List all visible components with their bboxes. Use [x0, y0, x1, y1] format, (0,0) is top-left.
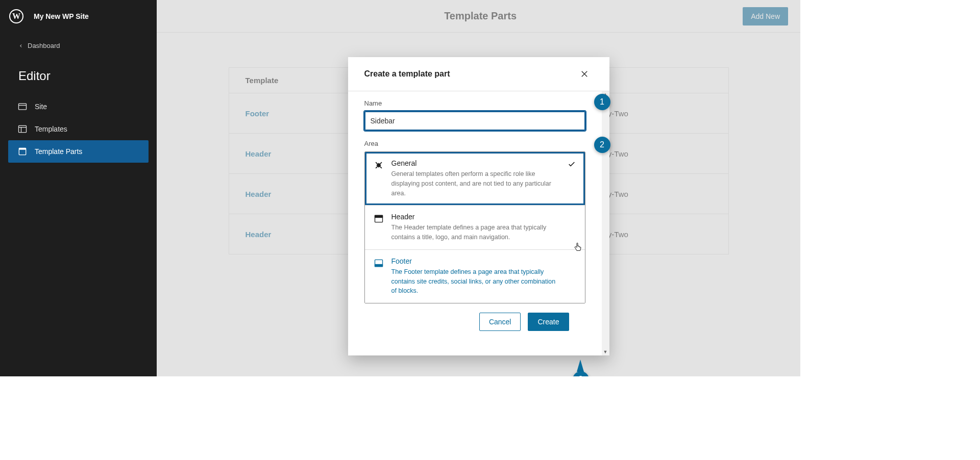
area-option-title: Footer	[391, 257, 560, 265]
sidebar-nav: Site Templates Template Parts	[0, 95, 157, 163]
svg-rect-0	[19, 104, 27, 110]
name-field-label: Name	[364, 99, 585, 107]
modal-header: Create a template part	[348, 57, 609, 91]
annotation-badge-2: 2	[594, 137, 610, 153]
chevron-left-icon	[18, 43, 23, 48]
svg-rect-1	[19, 125, 27, 132]
svg-rect-3	[19, 148, 26, 149]
area-option-list: General General templates often perform …	[364, 151, 585, 303]
main-area: Template Parts Add New Template Added by…	[157, 0, 800, 376]
area-option-title: Header	[391, 213, 560, 221]
create-button[interactable]: Create	[528, 313, 569, 331]
area-option-header[interactable]: Header The Header template defines a pag…	[365, 205, 585, 249]
cancel-button[interactable]: Cancel	[479, 313, 521, 331]
scroll-down-icon[interactable]: ▼	[603, 350, 608, 354]
modal-footer: Cancel Create	[364, 303, 585, 343]
sidebar-item-label: Templates	[35, 125, 67, 133]
annotation-badge-1: 1	[594, 94, 610, 110]
back-to-dashboard-link[interactable]: Dashboard	[0, 33, 157, 59]
check-icon	[568, 213, 577, 242]
area-option-desc: The Footer template defines a page area …	[391, 267, 560, 296]
sidebar-item-label: Site	[35, 103, 47, 111]
area-option-footer[interactable]: Footer The Footer template defines a pag…	[365, 249, 585, 303]
annotation-arrow-icon	[577, 360, 584, 372]
sidebar-item-templates[interactable]: Templates	[8, 118, 149, 140]
editor-heading: Editor	[0, 59, 157, 95]
footer-area-icon	[373, 257, 384, 268]
area-option-desc: The Header template defines a page area …	[391, 223, 560, 242]
site-title[interactable]: My New WP Site	[34, 12, 89, 20]
modal-title: Create a template part	[364, 69, 450, 79]
check-icon	[568, 159, 577, 198]
close-button[interactable]	[576, 67, 593, 81]
create-template-part-modal: Create a template part Name Area	[348, 57, 609, 355]
area-option-desc: General templates often perform a specif…	[391, 169, 560, 198]
svg-rect-10	[375, 216, 382, 218]
name-input[interactable]	[364, 111, 585, 131]
modal-scrollbar[interactable]: ▲ ▼	[602, 91, 609, 355]
wordpress-logo-icon[interactable]: W	[9, 9, 23, 23]
modal-body: Name Area General General templates ofte…	[348, 91, 602, 355]
dashboard-link-label: Dashboard	[28, 42, 60, 49]
sidebar-item-label: Template Parts	[35, 147, 82, 156]
sidebar-header: W My New WP Site	[0, 0, 157, 33]
general-area-icon	[373, 159, 384, 170]
sidebar-item-template-parts[interactable]: Template Parts	[8, 140, 149, 163]
close-icon	[580, 69, 589, 79]
admin-sidebar: W My New WP Site Dashboard Editor Site T…	[0, 0, 157, 376]
area-option-general[interactable]: General General templates often perform …	[365, 152, 585, 205]
sidebar-item-site[interactable]: Site	[8, 95, 149, 118]
area-option-title: General	[391, 159, 560, 167]
header-area-icon	[373, 213, 384, 224]
home-icon	[17, 101, 28, 112]
template-parts-icon	[17, 146, 28, 157]
svg-rect-12	[375, 264, 382, 266]
check-icon	[568, 257, 577, 296]
templates-icon	[17, 124, 28, 134]
area-field-label: Area	[364, 140, 585, 147]
